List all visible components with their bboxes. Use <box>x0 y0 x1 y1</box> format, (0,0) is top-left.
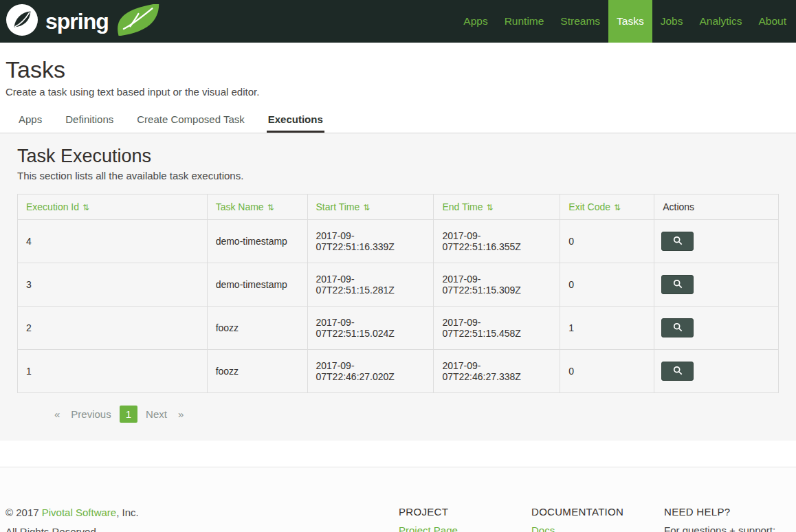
main-nav: Apps Runtime Streams Tasks Jobs Analytic… <box>455 0 796 43</box>
nav-item-runtime[interactable]: Runtime <box>496 0 553 43</box>
column-label: Task Name <box>216 201 264 212</box>
rights-reserved-text: All Rights Reserved. <box>5 525 399 532</box>
magnifier-icon <box>673 236 683 247</box>
footer-column-title: NEED HELP? <box>664 506 790 518</box>
sort-icon <box>487 203 494 212</box>
table-row: 1 foozz 2017-09-07T22:46:27.020Z 2017-09… <box>18 350 779 393</box>
nav-item-about[interactable]: About <box>750 0 795 43</box>
magnifier-icon <box>673 322 683 334</box>
cell-start-time: 2017-09-07T22:46:27.020Z <box>307 350 434 393</box>
content-footer-spacer <box>0 441 796 467</box>
cell-end-time: 2017-09-07T22:46:27.338Z <box>434 350 560 393</box>
top-navbar: spring Apps Runtime Streams Tasks Jobs A… <box>0 0 796 43</box>
footer-column-need-help: NEED HELP? For questions + support: Stac… <box>664 506 790 532</box>
sort-exit-code[interactable]: Exit Code <box>568 201 621 212</box>
column-label: Start Time <box>316 201 360 212</box>
copyright-prefix: © 2017 <box>5 507 39 518</box>
help-support-text: For questions + support: <box>664 524 790 532</box>
cell-task-name: foozz <box>207 350 307 393</box>
executions-panel: Task Executions This section lists all t… <box>0 133 796 441</box>
pagination: « Previous 1 Next » <box>49 406 779 423</box>
cell-start-time: 2017-09-07T22:51:16.339Z <box>307 220 434 263</box>
copyright-suffix: , Inc. <box>116 507 139 518</box>
brand-wordmark: spring <box>45 9 109 34</box>
sort-start-time[interactable]: Start Time <box>316 201 371 212</box>
cell-task-name: demo-timestamp <box>207 220 307 263</box>
tab-definitions[interactable]: Definitions <box>64 109 115 133</box>
cell-end-time: 2017-09-07T22:51:16.355Z <box>434 220 560 263</box>
cell-exit-code: 0 <box>560 220 654 263</box>
page-footer: © 2017 Pivotal Software, Inc. All Rights… <box>0 467 796 532</box>
nav-item-analytics[interactable]: Analytics <box>691 0 750 43</box>
task-executions-table: Execution Id Task Name Start Time End Ti… <box>17 194 779 393</box>
cell-exit-code: 0 <box>560 263 654 307</box>
footer-copyright: © 2017 Pivotal Software, Inc. All Rights… <box>5 506 399 532</box>
pagination-next[interactable]: Next <box>140 406 173 423</box>
magnifier-icon <box>673 366 683 377</box>
cell-end-time: 2017-09-07T22:51:15.309Z <box>434 263 560 307</box>
footer-column-documentation: DOCUMENTATION Docs Sources Api Docs <box>531 506 664 532</box>
footer-column-project: PROJECT Project Page Issue Tracker <box>399 506 531 532</box>
task-tabs: Apps Definitions Create Composed Task Ex… <box>0 109 796 133</box>
column-label: Execution Id <box>26 201 79 212</box>
column-actions: Actions <box>654 195 779 220</box>
view-details-button[interactable] <box>661 362 694 381</box>
cell-execution-id: 2 <box>18 307 208 350</box>
tab-apps[interactable]: Apps <box>17 109 43 133</box>
pagination-previous[interactable]: Previous <box>65 406 116 423</box>
view-details-button[interactable] <box>661 318 694 337</box>
cell-execution-id: 3 <box>18 263 208 307</box>
page-title: Tasks <box>0 56 796 83</box>
nav-item-streams[interactable]: Streams <box>552 0 608 43</box>
sort-icon <box>267 203 274 212</box>
table-row: 2 foozz 2017-09-07T22:51:15.024Z 2017-09… <box>18 307 779 350</box>
pagination-first[interactable]: « <box>49 406 65 423</box>
sort-end-time[interactable]: End Time <box>442 201 493 212</box>
table-row: 3 demo-timestamp 2017-09-07T22:51:15.281… <box>18 263 779 307</box>
spring-logo[interactable]: spring <box>0 0 164 43</box>
cell-end-time: 2017-09-07T22:51:15.458Z <box>434 307 560 350</box>
pivotal-software-link[interactable]: Pivotal Software <box>42 507 116 518</box>
tab-executions[interactable]: Executions <box>267 109 324 133</box>
cell-start-time: 2017-09-07T22:51:15.024Z <box>307 307 434 350</box>
column-label: End Time <box>442 201 483 212</box>
pagination-page-1[interactable]: 1 <box>120 406 137 423</box>
sort-icon <box>614 203 621 212</box>
cell-task-name: foozz <box>207 307 307 350</box>
sort-icon <box>82 203 89 212</box>
footer-column-title: DOCUMENTATION <box>531 506 664 518</box>
cell-task-name: demo-timestamp <box>207 263 307 307</box>
sort-execution-id[interactable]: Execution Id <box>26 201 89 212</box>
project-page-link[interactable]: Project Page <box>399 524 531 532</box>
column-label: Exit Code <box>568 201 610 212</box>
sort-task-name[interactable]: Task Name <box>216 201 274 212</box>
section-title: Task Executions <box>17 146 779 167</box>
table-header-row: Execution Id Task Name Start Time End Ti… <box>18 195 779 220</box>
docs-link[interactable]: Docs <box>531 524 664 532</box>
view-details-button[interactable] <box>661 232 694 251</box>
footer-column-title: PROJECT <box>399 506 531 518</box>
cell-start-time: 2017-09-07T22:51:15.281Z <box>307 263 434 307</box>
cell-exit-code: 1 <box>560 307 654 350</box>
spring-leaf-badge-icon <box>114 4 164 38</box>
sort-icon <box>363 203 370 212</box>
nav-item-jobs[interactable]: Jobs <box>652 0 692 43</box>
view-details-button[interactable] <box>661 275 694 294</box>
section-subtitle: This section lists all the available tas… <box>17 170 779 181</box>
nav-item-tasks[interactable]: Tasks <box>608 0 652 43</box>
pagination-last[interactable]: » <box>173 406 189 423</box>
cell-execution-id: 1 <box>18 350 208 393</box>
cell-execution-id: 4 <box>18 220 208 263</box>
nav-item-apps[interactable]: Apps <box>455 0 496 43</box>
magnifier-icon <box>673 279 683 291</box>
spring-circle-leaf-icon <box>5 3 38 39</box>
page-subtitle: Create a task using text based input or … <box>0 86 796 98</box>
cell-exit-code: 0 <box>560 350 654 393</box>
tab-create-composed-task[interactable]: Create Composed Task <box>135 109 245 133</box>
table-row: 4 demo-timestamp 2017-09-07T22:51:16.339… <box>18 220 779 263</box>
